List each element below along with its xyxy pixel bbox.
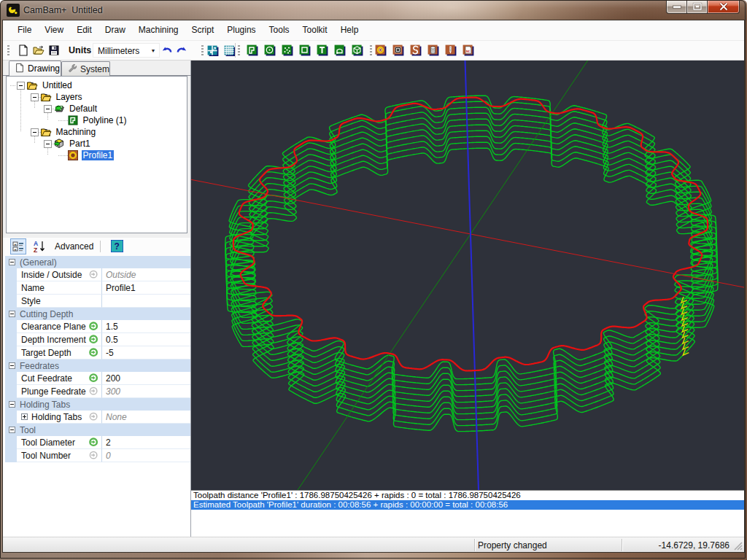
property-row-depth-increment[interactable]: Depth Increment0.5 bbox=[5, 333, 190, 346]
draw-text-icon[interactable] bbox=[317, 44, 328, 56]
toolpath-canvas[interactable] bbox=[191, 61, 744, 490]
property-row-plunge-feedrate[interactable]: Plunge Feedrate300 bbox=[5, 385, 190, 398]
save-file-icon[interactable] bbox=[48, 44, 60, 56]
property-row-holding-tabs[interactable]: Holding TabsNone bbox=[5, 411, 190, 424]
tree-item-untitled[interactable]: Untitled bbox=[26, 79, 74, 91]
value-set-icon[interactable] bbox=[89, 438, 99, 448]
toolbar-grip[interactable] bbox=[370, 45, 372, 56]
value-set-icon[interactable] bbox=[89, 322, 99, 332]
draw-rectangle-icon[interactable] bbox=[299, 44, 311, 56]
property-value[interactable]: 2 bbox=[102, 436, 190, 449]
tab-system[interactable]: System bbox=[61, 61, 110, 76]
menu-draw[interactable]: Draw bbox=[98, 20, 132, 40]
units-combobox[interactable]: Millimeters ▼ bbox=[93, 43, 160, 58]
op-profile-icon[interactable] bbox=[375, 44, 387, 56]
menu-machining[interactable]: Machining bbox=[132, 20, 185, 40]
property-category-feedrates[interactable]: Feedrates bbox=[5, 359, 190, 372]
property-value[interactable]: 0.5 bbox=[102, 333, 190, 346]
property-row-cut-feedrate[interactable]: Cut Feedrate200 bbox=[5, 372, 190, 385]
value-default-icon[interactable] bbox=[89, 451, 99, 461]
tree-item-profile1[interactable]: Profile1 bbox=[67, 149, 115, 161]
menu-plugins[interactable]: Plugins bbox=[220, 20, 262, 40]
close-button[interactable] bbox=[707, 0, 740, 14]
property-value[interactable]: Outside bbox=[102, 268, 190, 281]
show-grid-icon[interactable] bbox=[224, 44, 236, 56]
property-value[interactable]: 1.5 bbox=[102, 320, 190, 333]
op-drill-icon[interactable] bbox=[445, 44, 457, 56]
property-row-tool-number[interactable]: Tool Number0 bbox=[5, 449, 190, 462]
categorized-view-icon[interactable]: + + bbox=[10, 238, 26, 254]
property-value[interactable]: -5 bbox=[102, 346, 190, 359]
new-file-icon[interactable] bbox=[18, 44, 29, 56]
tree-item-machining[interactable]: Machining bbox=[40, 126, 98, 138]
menu-view[interactable]: View bbox=[38, 20, 70, 40]
tab-drawing[interactable]: Drawing bbox=[9, 61, 61, 76]
op-engrave-icon[interactable] bbox=[410, 44, 422, 56]
tree-item-polyline-1-[interactable]: Polyline (1) bbox=[67, 114, 128, 126]
property-row-clearance-plane[interactable]: Clearance Plane1.5 bbox=[5, 320, 190, 333]
maximize-button[interactable] bbox=[687, 0, 707, 14]
advanced-button[interactable]: Advanced bbox=[55, 241, 93, 252]
resize-grip[interactable] bbox=[733, 541, 743, 551]
tree-expander[interactable] bbox=[44, 140, 52, 148]
menu-file[interactable]: File bbox=[11, 20, 38, 40]
snap-grid-icon[interactable] bbox=[207, 44, 219, 56]
property-value[interactable]: Profile1 bbox=[102, 281, 190, 295]
draw-circle-icon[interactable] bbox=[264, 44, 276, 56]
property-category-tool[interactable]: Tool bbox=[5, 424, 190, 436]
property-category-holding-tabs[interactable]: Holding Tabs bbox=[5, 398, 190, 411]
draw-polyline-icon[interactable] bbox=[247, 44, 258, 56]
tree-expander[interactable] bbox=[31, 128, 39, 136]
category-collapse-icon[interactable] bbox=[9, 311, 15, 317]
property-value[interactable]: 0 bbox=[102, 449, 190, 462]
value-set-icon[interactable] bbox=[89, 348, 99, 358]
value-set-icon[interactable] bbox=[89, 373, 99, 384]
property-expand-icon[interactable] bbox=[21, 413, 28, 420]
draw-points-icon[interactable] bbox=[282, 44, 293, 56]
menu-help[interactable]: Help bbox=[334, 20, 365, 40]
property-row-name[interactable]: NameProfile1 bbox=[5, 281, 190, 295]
alphabetical-sort-icon[interactable]: A Z bbox=[33, 240, 46, 255]
value-default-icon[interactable] bbox=[89, 412, 99, 422]
log-line[interactable]: Estimated Toolpath 'Profile1' duration :… bbox=[191, 500, 744, 510]
title-bar[interactable]: CamBam+ Untitled bbox=[0, 0, 747, 20]
property-row-target-depth[interactable]: Target Depth-5 bbox=[5, 346, 190, 359]
op-gcode-icon[interactable]: NC bbox=[462, 44, 474, 56]
property-value[interactable]: 300 bbox=[102, 385, 190, 398]
property-value[interactable] bbox=[102, 295, 190, 308]
tree-expander[interactable] bbox=[31, 93, 39, 101]
toolbar-grip[interactable] bbox=[238, 45, 240, 56]
menu-toolkit[interactable]: Toolkit bbox=[296, 20, 334, 40]
tree-item-default[interactable]: Default bbox=[53, 103, 98, 114]
property-category-cutting-depth[interactable]: Cutting Depth bbox=[5, 308, 190, 320]
property-value[interactable]: None bbox=[102, 411, 190, 424]
menu-tools[interactable]: Tools bbox=[263, 20, 296, 40]
minimize-button[interactable] bbox=[666, 0, 687, 14]
property-row-tool-diameter[interactable]: Tool Diameter2 bbox=[5, 436, 190, 449]
category-collapse-icon[interactable] bbox=[9, 259, 15, 265]
help-icon[interactable]: ? bbox=[111, 240, 123, 252]
category-collapse-icon[interactable] bbox=[9, 401, 15, 408]
op-pocket-icon[interactable] bbox=[392, 44, 404, 56]
toolbar-grip[interactable] bbox=[7, 45, 9, 56]
tree-item-part1[interactable]: Part1 bbox=[53, 138, 92, 149]
log-line[interactable]: Toolpath distance 'Profile1' : 1786.9875… bbox=[191, 491, 744, 500]
tree-expander[interactable] bbox=[17, 82, 25, 90]
open-file-icon[interactable] bbox=[33, 44, 44, 56]
value-set-icon[interactable] bbox=[89, 335, 99, 345]
units-dropdown-arrow-icon[interactable]: ▼ bbox=[148, 44, 158, 57]
menu-edit[interactable]: Edit bbox=[70, 20, 98, 40]
tree-expander[interactable] bbox=[44, 105, 52, 113]
menu-script[interactable]: Script bbox=[185, 20, 221, 40]
category-collapse-icon[interactable] bbox=[9, 362, 15, 369]
undo-icon[interactable] bbox=[161, 44, 173, 56]
draw-solid-icon[interactable] bbox=[352, 44, 363, 56]
property-row-inside-outside[interactable]: Inside / OutsideOutside bbox=[5, 268, 190, 281]
value-default-icon[interactable] bbox=[89, 386, 99, 397]
property-category--general-[interactable]: (General) bbox=[5, 256, 190, 268]
value-default-icon[interactable] bbox=[89, 270, 99, 280]
property-row-style[interactable]: Style bbox=[5, 295, 190, 308]
op-lathe-icon[interactable] bbox=[427, 44, 439, 56]
toolbar-grip[interactable] bbox=[201, 45, 204, 56]
redo-icon[interactable] bbox=[176, 44, 187, 56]
